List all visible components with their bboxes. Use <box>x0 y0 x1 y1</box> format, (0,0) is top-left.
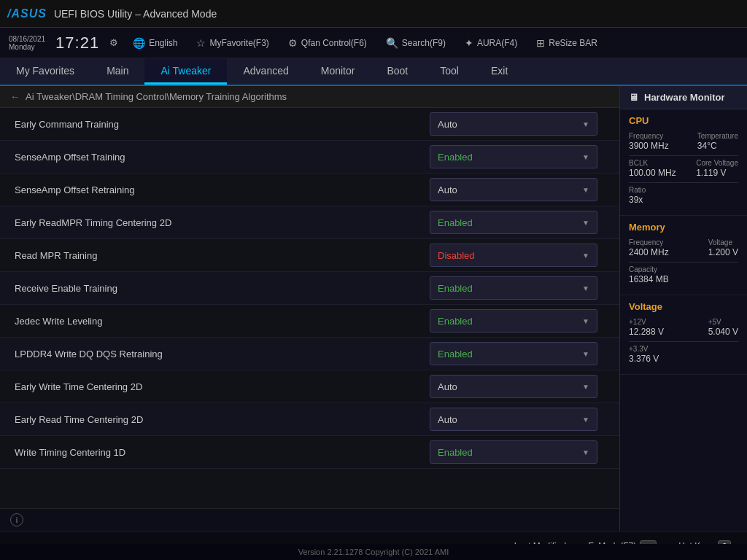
mem-freq-value: 2400 MHz <box>629 247 669 257</box>
setting-dropdown-9[interactable]: Auto ▼ <box>430 408 597 431</box>
info-icon[interactable]: i <box>10 513 23 526</box>
qfan-btn[interactable]: ⚙ Qfan Control(F6) <box>284 36 371 50</box>
dropdown-arrow-icon-1: ▼ <box>582 153 589 161</box>
setting-dropdown-8[interactable]: Auto ▼ <box>430 375 597 398</box>
nav-advanced[interactable]: Advanced <box>227 58 304 85</box>
setting-dropdown-2[interactable]: Auto ▼ <box>430 178 597 201</box>
setting-dropdown-4[interactable]: Disabled ▼ <box>430 244 597 267</box>
datetime: 08/16/2021 Monday <box>9 35 45 51</box>
nav-ai-tweaker[interactable]: Ai Tweaker <box>144 58 227 85</box>
settings-panel: Early Command Training Auto ▼ SenseAmp O… <box>0 108 619 508</box>
dropdown-arrow-icon-10: ▼ <box>582 448 589 456</box>
setting-label-1: SenseAmp Offset Training <box>15 152 125 163</box>
setting-dropdown-10[interactable]: Enabled ▼ <box>430 440 597 464</box>
settings-icon[interactable]: ⚙ <box>109 37 118 48</box>
mem-volt-label: Voltage <box>708 238 738 246</box>
breadcrumb-text: Ai Tweaker\DRAM Timing Control\Memory Tr… <box>26 91 287 102</box>
search-icon: 🔍 <box>386 37 398 49</box>
volt-12v-col: +12V 12.288 V <box>629 318 664 337</box>
setting-label-6: Jedec Write Leveling <box>15 316 102 327</box>
setting-label-0: Early Command Training <box>15 119 119 130</box>
cpu-vcore-col: Core Voltage 1.119 V <box>696 159 738 178</box>
cpu-row-1: BCLK 100.00 MHz Core Voltage 1.119 V <box>629 159 738 178</box>
setting-control-2: Auto ▼ <box>430 178 605 201</box>
fan-icon: ⚙ <box>288 37 298 49</box>
setting-control-3: Enabled ▼ <box>430 211 605 234</box>
monitor-screen-icon: 🖥 <box>629 92 638 103</box>
cpu-section-title: CPU <box>629 115 738 126</box>
time-bar: 08/16/2021 Monday 17:21 ⚙ 🌐 English ☆ My… <box>0 28 747 58</box>
dropdown-arrow-icon-5: ▼ <box>582 284 589 292</box>
search-btn[interactable]: 🔍 Search(F9) <box>382 36 450 50</box>
cpu-freq-value: 3900 MHz <box>629 141 669 151</box>
myfavorite-btn[interactable]: ☆ MyFavorite(F3) <box>192 36 273 50</box>
nav-my-favorites[interactable]: My Favorites <box>0 58 90 85</box>
setting-control-5: Enabled ▼ <box>430 276 605 300</box>
setting-dropdown-0[interactable]: Auto ▼ <box>430 112 597 136</box>
setting-dropdown-5[interactable]: Enabled ▼ <box>430 276 597 300</box>
resize-btn[interactable]: ⊞ ReSize BAR <box>532 36 602 50</box>
setting-dropdown-7[interactable]: Enabled ▼ <box>430 342 597 365</box>
aura-btn[interactable]: ✦ AURA(F4) <box>460 36 522 50</box>
cpu-bclk-col: BCLK 100.00 MHz <box>629 159 676 178</box>
volt-33v-value: 3.376 V <box>629 354 659 364</box>
setting-label-10: Write Timing Centering 1D <box>15 447 125 458</box>
mem-volt-value: 1.200 V <box>708 247 738 257</box>
globe-icon: 🌐 <box>133 37 145 49</box>
setting-control-10: Enabled ▼ <box>430 440 605 464</box>
cpu-section: CPU Frequency 3900 MHz Temperature 34°C … <box>620 109 747 216</box>
nav-tool[interactable]: Tool <box>424 58 475 85</box>
setting-row-3: Early ReadMPR Timing Centering 2D Enable… <box>0 206 619 239</box>
volt-5v-value: 5.040 V <box>708 327 738 337</box>
setting-row-8: Early Write Time Centering 2D Auto ▼ <box>0 370 619 403</box>
setting-control-7: Enabled ▼ <box>430 342 605 365</box>
setting-row-5: Receive Enable Training Enabled ▼ <box>0 272 619 305</box>
volt-33v-col: +3.3V 3.376 V <box>629 345 659 364</box>
hardware-monitor-panel: 🖥 Hardware Monitor CPU Frequency 3900 MH… <box>619 86 747 531</box>
mem-cap-label: Capacity <box>629 265 669 273</box>
setting-row-7: LPDDR4 Write DQ DQS Retraining Enabled ▼ <box>0 338 619 370</box>
mem-divider <box>629 262 738 262</box>
cpu-temp-value: 34°C <box>697 141 738 151</box>
setting-control-1: Enabled ▼ <box>430 145 605 168</box>
time-display: 17:21 <box>55 34 99 52</box>
language-btn[interactable]: 🌐 English <box>128 36 182 50</box>
voltage-section-title: Voltage <box>629 301 738 312</box>
back-arrow-icon[interactable]: ← <box>10 91 20 102</box>
volt-5v-label: +5V <box>708 318 738 326</box>
cpu-divider-2 <box>629 182 738 183</box>
volt-5v-col: +5V 5.040 V <box>708 318 738 337</box>
mem-cap-col: Capacity 16384 MB <box>629 265 669 284</box>
dropdown-arrow-icon-8: ▼ <box>582 383 589 391</box>
nav-main[interactable]: Main <box>90 58 144 85</box>
dropdown-arrow-icon-4: ▼ <box>582 252 589 260</box>
setting-row-9: Early Read Time Centering 2D Auto ▼ <box>0 403 619 436</box>
nav-exit[interactable]: Exit <box>475 58 524 85</box>
setting-dropdown-3[interactable]: Enabled ▼ <box>430 211 597 234</box>
breadcrumb: ← Ai Tweaker\DRAM Timing Control\Memory … <box>0 86 619 108</box>
dropdown-arrow-icon-2: ▼ <box>582 186 589 194</box>
setting-row-10: Write Timing Centering 1D Enabled ▼ <box>0 436 619 469</box>
body-layout: ← Ai Tweaker\DRAM Timing Control\Memory … <box>0 86 747 531</box>
setting-dropdown-6[interactable]: Enabled ▼ <box>430 309 597 332</box>
setting-label-5: Receive Enable Training <box>15 283 117 294</box>
voltage-section: Voltage +12V 12.288 V +5V 5.040 V +3.3V <box>620 295 747 375</box>
dropdown-arrow-icon-9: ▼ <box>582 416 589 424</box>
nav-boot[interactable]: Boot <box>371 58 424 85</box>
cpu-divider-1 <box>629 155 738 156</box>
setting-row-6: Jedec Write Leveling Enabled ▼ <box>0 305 619 338</box>
volt-33v-label: +3.3V <box>629 345 659 353</box>
volt-12v-label: +12V <box>629 318 664 326</box>
cpu-temp-col: Temperature 34°C <box>697 132 738 151</box>
setting-label-9: Early Read Time Centering 2D <box>15 414 143 425</box>
dropdown-arrow-icon-3: ▼ <box>582 219 589 227</box>
volt-row-0: +12V 12.288 V +5V 5.040 V <box>629 318 738 337</box>
cpu-bclk-label: BCLK <box>629 159 676 167</box>
setting-label-2: SenseAmp Offset Retraining <box>15 184 135 195</box>
setting-dropdown-1[interactable]: Enabled ▼ <box>430 145 597 168</box>
cpu-vcore-value: 1.119 V <box>696 168 738 178</box>
nav-monitor[interactable]: Monitor <box>305 58 371 85</box>
hw-monitor-title: 🖥 Hardware Monitor <box>620 86 747 109</box>
dropdown-arrow-icon-7: ▼ <box>582 350 589 358</box>
mem-freq-col: Frequency 2400 MHz <box>629 238 669 257</box>
